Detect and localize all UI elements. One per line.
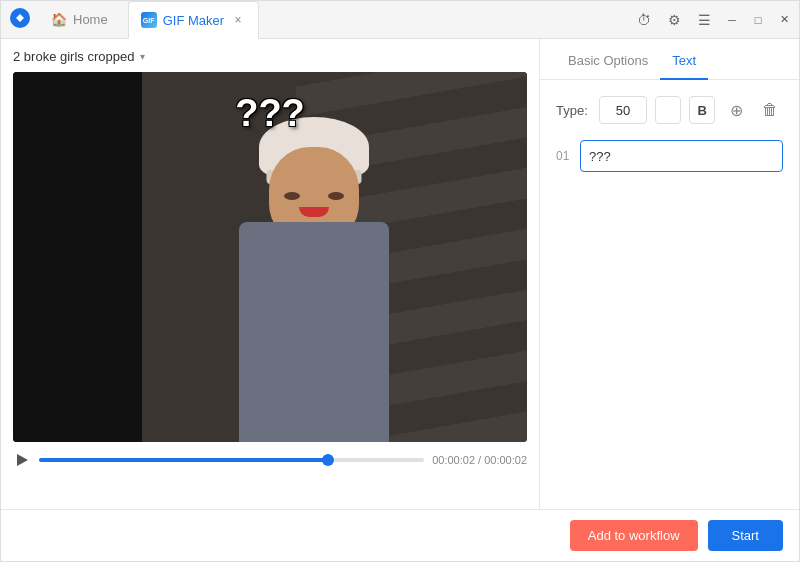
type-size-input[interactable] bbox=[599, 96, 647, 124]
scene-person bbox=[204, 102, 424, 442]
gif-tab-label: GIF Maker bbox=[163, 13, 224, 28]
tab-gif-maker[interactable]: GIF GIF Maker × bbox=[128, 1, 259, 39]
tab-home[interactable]: 🏠 Home bbox=[39, 1, 120, 39]
maximize-button[interactable]: □ bbox=[751, 13, 765, 27]
add-to-workflow-button[interactable]: Add to workflow bbox=[570, 520, 698, 551]
person-eyes bbox=[284, 192, 344, 200]
color-swatch[interactable] bbox=[655, 96, 681, 124]
right-panel: Basic Options Text Type: B ⊕ 🗑 01 bbox=[539, 39, 799, 509]
text-row-number: 01 bbox=[556, 149, 572, 163]
panel-tabs: Basic Options Text bbox=[540, 39, 799, 80]
file-selector[interactable]: 2 broke girls cropped ▾ bbox=[13, 49, 527, 64]
play-button[interactable] bbox=[13, 451, 31, 469]
bold-button[interactable]: B bbox=[689, 96, 715, 124]
text-entry-row: 01 bbox=[556, 140, 783, 172]
time-display: 00:00:02 / 00:00:02 bbox=[432, 454, 527, 466]
panel-content: Type: B ⊕ 🗑 01 bbox=[540, 80, 799, 509]
scene-shadow bbox=[13, 72, 142, 442]
tab-basic-options[interactable]: Basic Options bbox=[556, 39, 660, 80]
tab-text[interactable]: Text bbox=[660, 39, 708, 80]
person-eye-left bbox=[284, 192, 300, 200]
title-bar: 🏠 Home GIF GIF Maker × ⏱ ⚙ ☰ ─ □ ✕ bbox=[1, 1, 799, 39]
person-body bbox=[239, 222, 389, 442]
close-button[interactable]: ✕ bbox=[777, 13, 791, 27]
video-controls: 00:00:02 / 00:00:02 bbox=[13, 442, 527, 478]
video-scene: ??? bbox=[13, 72, 527, 442]
progress-thumb[interactable] bbox=[322, 454, 334, 466]
file-name: 2 broke girls cropped bbox=[13, 49, 134, 64]
home-icon: 🏠 bbox=[51, 12, 67, 27]
chevron-down-icon: ▾ bbox=[140, 51, 145, 62]
app-logo[interactable] bbox=[9, 7, 31, 33]
text-input[interactable] bbox=[580, 140, 783, 172]
tab-close-button[interactable]: × bbox=[230, 12, 246, 28]
svg-marker-1 bbox=[17, 454, 28, 466]
start-button[interactable]: Start bbox=[708, 520, 783, 551]
left-panel: 2 broke girls cropped ▾ bbox=[1, 39, 539, 509]
menu-icon[interactable]: ☰ bbox=[695, 11, 713, 29]
video-text-overlay: ??? bbox=[235, 92, 305, 135]
type-label: Type: bbox=[556, 103, 591, 118]
gif-icon: GIF bbox=[141, 12, 157, 28]
progress-bar[interactable] bbox=[39, 458, 424, 462]
settings-icon[interactable]: ⚙ bbox=[665, 11, 683, 29]
title-bar-left: 🏠 Home GIF GIF Maker × bbox=[9, 1, 259, 39]
title-bar-right: ⏱ ⚙ ☰ ─ □ ✕ bbox=[635, 11, 791, 29]
video-container: ??? bbox=[13, 72, 527, 442]
footer: Add to workflow Start bbox=[1, 509, 799, 561]
progress-fill bbox=[39, 458, 328, 462]
minimize-button[interactable]: ─ bbox=[725, 13, 739, 27]
timer-icon[interactable]: ⏱ bbox=[635, 11, 653, 29]
delete-text-button[interactable]: 🗑 bbox=[757, 96, 783, 124]
main-content: 2 broke girls cropped ▾ bbox=[1, 39, 799, 509]
person-eye-right bbox=[328, 192, 344, 200]
home-tab-label: Home bbox=[73, 12, 108, 27]
type-row: Type: B ⊕ 🗑 bbox=[556, 96, 783, 124]
add-text-button[interactable]: ⊕ bbox=[723, 96, 749, 124]
